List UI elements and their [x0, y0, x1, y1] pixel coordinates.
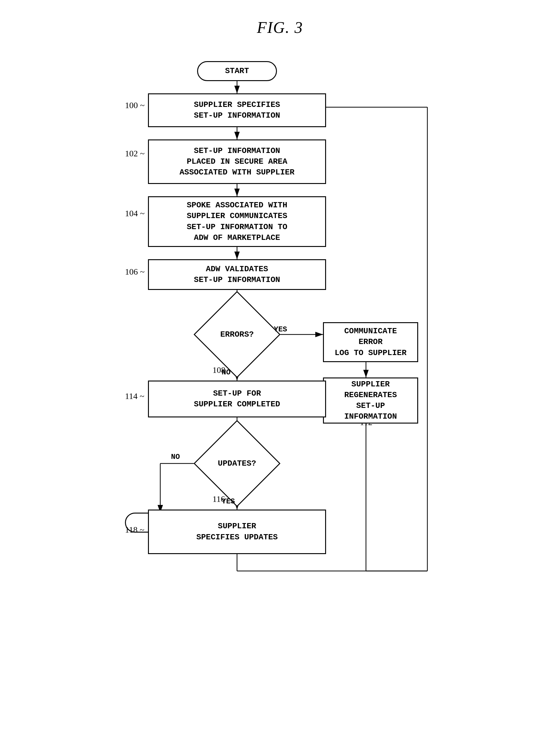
ref-114: 114 ~ [125, 391, 144, 401]
flowchart: START 100 ~ SUPPLIER SPECIFIES SET-UP IN… [65, 55, 495, 700]
page: FIG. 3 [0, 0, 560, 731]
node-112: SUPPLIER REGENERATES SET-UP INFORMATION [323, 378, 418, 424]
node-114: SET-UP FOR SUPPLIER COMPLETED [148, 381, 326, 418]
node-100: SUPPLIER SPECIFIES SET-UP INFORMATION [148, 93, 326, 127]
node-106: ADW VALIDATES SET-UP INFORMATION [148, 259, 326, 290]
updates-diamond-text: UPDATES? [218, 459, 256, 468]
no2-label: NO [171, 453, 180, 461]
ref-118: 118 ~ [125, 525, 144, 535]
ref-100: 100 ~ [125, 100, 145, 110]
node-110: COMMUNICATE ERROR LOG TO SUPPLIER [323, 322, 418, 362]
errors-diamond-text: ERRORS? [220, 330, 254, 339]
yes2-label: YES [222, 497, 235, 506]
errors-diamond-wrapper: ERRORS? [194, 304, 280, 365]
yes-label: YES [274, 325, 287, 333]
updates-diamond-wrapper: UPDATES? [194, 433, 280, 494]
node-118: SUPPLIER SPECIFIES UPDATES [148, 510, 326, 554]
node-102: SET-UP INFORMATION PLACED IN SECURE AREA… [148, 139, 326, 184]
ref-106: 106 ~ [125, 267, 145, 277]
no-label: NO [222, 368, 231, 377]
figure-title: FIG. 3 [25, 18, 535, 37]
node-104: SPOKE ASSOCIATED WITH SUPPLIER COMMUNICA… [148, 196, 326, 247]
ref-104: 104 ~ [125, 208, 145, 218]
ref-102: 102 ~ [125, 149, 145, 158]
start-node: START [197, 61, 277, 81]
